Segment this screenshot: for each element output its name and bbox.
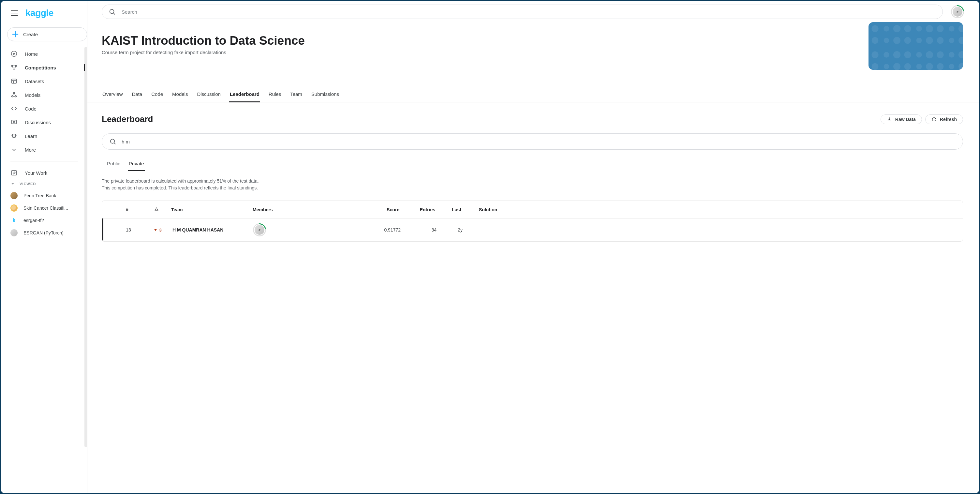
- tab-leaderboard[interactable]: Leaderboard: [229, 90, 260, 102]
- viewed-item-label: ESRGAN (PyTorch): [24, 230, 64, 236]
- tab-data[interactable]: Data: [131, 90, 143, 102]
- tab-team[interactable]: Team: [290, 90, 303, 102]
- svg-line-18: [114, 143, 116, 145]
- col-header-rank[interactable]: #: [113, 207, 142, 212]
- note-line: The private leaderboard is calculated wi…: [102, 178, 963, 185]
- svg-rect-4: [12, 79, 17, 83]
- tab-discussion[interactable]: Discussion: [196, 90, 221, 102]
- refresh-icon: [931, 117, 937, 122]
- compass-icon: [10, 50, 18, 57]
- create-button[interactable]: Create: [7, 27, 87, 41]
- global-search-input[interactable]: [122, 9, 936, 15]
- svg-rect-10: [12, 120, 17, 124]
- subtab-private[interactable]: Private: [128, 159, 145, 171]
- kaggle-k-icon: k: [10, 217, 18, 224]
- viewed-item[interactable]: k esrgan-tf2: [1, 214, 87, 226]
- leaderboard-subtabs: Public Private: [102, 159, 963, 171]
- tab-submissions[interactable]: Submissions: [311, 90, 340, 102]
- cell-team: H M QUAMRAN HASAN: [172, 227, 254, 233]
- global-search[interactable]: [102, 5, 943, 19]
- col-header-score[interactable]: Score: [360, 207, 399, 212]
- sidebar-item-discussions[interactable]: Discussions: [1, 115, 87, 129]
- table-row[interactable]: 13 3 H M QUAMRAN HASAN: [102, 218, 963, 241]
- competition-header: KAIST Introduction to Data Science Cours…: [88, 22, 979, 81]
- leaderboard-search[interactable]: [102, 133, 963, 150]
- cell-score: 0.91772: [361, 227, 401, 233]
- cell-rank: 13: [114, 227, 143, 233]
- col-header-members[interactable]: Members: [253, 207, 360, 212]
- plus-icon: [11, 30, 19, 38]
- page-title: Leaderboard: [102, 114, 153, 124]
- cell-delta-value: 3: [159, 228, 161, 233]
- triangle-down-icon: [10, 182, 15, 186]
- raw-data-button[interactable]: Raw Data: [881, 115, 922, 124]
- cell-last: 2y: [436, 227, 463, 233]
- search-icon: [108, 8, 116, 15]
- competition-subtitle: Course term project for detecting fake i…: [102, 49, 963, 55]
- viewed-item-label: esrgan-tf2: [24, 218, 44, 223]
- sidebar-nav: Home Competitions Datasets Models: [1, 45, 87, 239]
- chevron-down-icon: [10, 146, 18, 153]
- network-icon: [10, 91, 18, 99]
- competition-tabs: Overview Data Code Models Discussion Lea…: [88, 81, 979, 102]
- col-header-last[interactable]: Last: [435, 207, 461, 212]
- viewed-section-toggle[interactable]: VIEWED: [1, 180, 87, 188]
- table-icon: [10, 78, 18, 85]
- trophy-icon: [10, 64, 18, 71]
- col-header-entries[interactable]: Entries: [399, 207, 435, 212]
- topbar: [88, 1, 979, 22]
- kaggle-logo[interactable]: kaggle: [25, 8, 54, 18]
- sidebar-item-label: Learn: [25, 133, 37, 139]
- sidebar-item-label: More: [25, 147, 36, 153]
- sidebar-item-label: Your Work: [25, 170, 47, 176]
- sidebar-item-datasets[interactable]: Datasets: [1, 74, 87, 88]
- competition-title: KAIST Introduction to Data Science: [102, 34, 963, 48]
- user-avatar[interactable]: [952, 6, 963, 17]
- avatar-icon: [10, 229, 18, 236]
- sidebar-item-label: Datasets: [25, 78, 44, 84]
- cell-entries: 34: [401, 227, 436, 233]
- col-header-solution[interactable]: Solution: [461, 207, 497, 212]
- tab-overview[interactable]: Overview: [102, 90, 124, 102]
- svg-line-16: [113, 13, 115, 15]
- leaderboard-search-input[interactable]: [122, 139, 956, 145]
- dataset-thumb-icon: [10, 192, 18, 199]
- main-scrollbar[interactable]: [975, 1, 978, 493]
- sidebar-item-home[interactable]: Home: [1, 47, 87, 61]
- refresh-button[interactable]: Refresh: [925, 115, 963, 124]
- viewed-item[interactable]: ESRGAN (PyTorch): [1, 226, 87, 239]
- svg-marker-20: [154, 229, 157, 231]
- svg-marker-14: [12, 183, 14, 185]
- viewed-item[interactable]: Penn Tree Bank: [1, 190, 87, 202]
- cell-members: [254, 224, 361, 236]
- create-label: Create: [23, 32, 38, 37]
- tab-models[interactable]: Models: [172, 90, 188, 102]
- avatar-icon: [10, 204, 18, 212]
- note-line: This competition has completed. This lea…: [102, 185, 963, 191]
- leaderboard-note: The private leaderboard is calculated wi…: [102, 178, 963, 191]
- svg-point-15: [110, 10, 114, 14]
- member-avatar[interactable]: [254, 224, 265, 236]
- sidebar-item-label: Competitions: [25, 65, 56, 70]
- viewed-item[interactable]: Skin Cancer Classifi...: [1, 202, 87, 214]
- search-icon: [109, 138, 116, 145]
- sidebar-item-learn[interactable]: Learn: [1, 129, 87, 143]
- tab-code[interactable]: Code: [151, 90, 164, 102]
- sidebar-item-label: Code: [25, 106, 37, 112]
- col-header-team[interactable]: Team: [171, 207, 253, 212]
- cell-delta: 3: [143, 228, 172, 233]
- sidebar-item-label: Home: [25, 51, 38, 57]
- tab-rules[interactable]: Rules: [268, 90, 282, 102]
- subtab-public[interactable]: Public: [106, 159, 121, 171]
- sidebar-item-code[interactable]: Code: [1, 102, 87, 115]
- sidebar-item-models[interactable]: Models: [1, 88, 87, 102]
- sidebar-item-competitions[interactable]: Competitions: [1, 61, 87, 74]
- leaderboard-table: # Team Members Score Entries Last Soluti…: [102, 201, 963, 242]
- table-header: # Team Members Score Entries Last Soluti…: [102, 201, 963, 218]
- sidebar-item-more[interactable]: More: [1, 143, 87, 156]
- menu-icon[interactable]: [10, 9, 18, 17]
- comment-icon: [10, 119, 18, 126]
- sidebar-item-your-work[interactable]: Your Work: [1, 166, 87, 180]
- refresh-label: Refresh: [940, 117, 957, 122]
- col-header-delta[interactable]: [142, 207, 171, 212]
